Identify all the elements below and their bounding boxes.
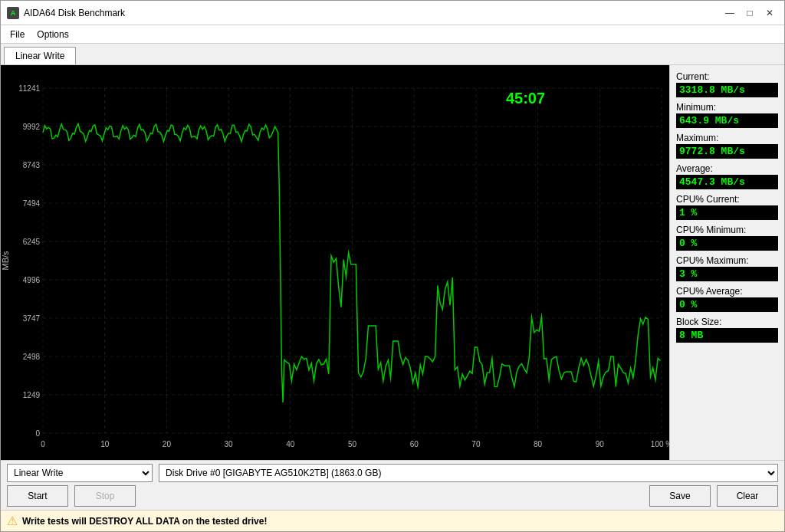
- save-button[interactable]: Save: [649, 485, 711, 507]
- current-value: 3318.8 MB/s: [676, 83, 778, 97]
- title-bar-left: A AIDA64 Disk Benchmark: [7, 7, 125, 19]
- stat-average: Average: 4547.3 MB/s: [676, 163, 778, 189]
- main-content: Current: 3318.8 MB/s Minimum: 643.9 MB/s…: [1, 65, 784, 460]
- cpu-current-value: 1 %: [676, 205, 778, 220]
- minimum-label: Minimum:: [676, 102, 778, 113]
- chart-area: [1, 65, 669, 460]
- test-type-dropdown[interactable]: Linear Write: [7, 464, 153, 482]
- block-size-value: 8 MB: [676, 328, 778, 343]
- cpu-average-label: CPU% Average:: [676, 286, 778, 297]
- warning-text: Write tests will DESTROY ALL DATA on the…: [22, 516, 267, 527]
- cpu-average-value: 0 %: [676, 297, 778, 312]
- cpu-maximum-label: CPU% Maximum:: [676, 255, 778, 266]
- warning-icon: ⚠: [7, 514, 18, 528]
- stat-cpu-average: CPU% Average: 0 %: [676, 286, 778, 312]
- menu-bar: File Options: [1, 25, 784, 44]
- clear-button[interactable]: Clear: [717, 485, 778, 507]
- maximum-label: Maximum:: [676, 133, 778, 143]
- tab-bar: Linear Write: [1, 44, 784, 65]
- current-label: Current:: [676, 71, 778, 82]
- cpu-minimum-label: CPU% Minimum:: [676, 225, 778, 235]
- start-button[interactable]: Start: [7, 485, 68, 507]
- stat-maximum: Maximum: 9772.8 MB/s: [676, 133, 778, 159]
- bottom-area: Linear Write Disk Drive #0 [GIGABYTE AG5…: [1, 460, 784, 510]
- bottom-controls: Linear Write Disk Drive #0 [GIGABYTE AG5…: [7, 464, 778, 482]
- average-value: 4547.3 MB/s: [676, 175, 778, 189]
- main-window: A AIDA64 Disk Benchmark — □ ✕ File Optio…: [0, 0, 785, 532]
- stat-cpu-current: CPU% Current: 1 %: [676, 194, 778, 220]
- minimum-value: 643.9 MB/s: [676, 113, 778, 128]
- stat-block-size: Block Size: 8 MB: [676, 317, 778, 343]
- minimize-button[interactable]: —: [721, 5, 738, 21]
- warning-bar: ⚠ Write tests will DESTROY ALL DATA on t…: [1, 510, 784, 531]
- stat-cpu-maximum: CPU% Maximum: 3 %: [676, 255, 778, 281]
- stop-button[interactable]: Stop: [74, 485, 136, 507]
- average-label: Average:: [676, 163, 778, 174]
- stat-current: Current: 3318.8 MB/s: [676, 71, 778, 97]
- button-row: Start Stop Save Clear: [7, 485, 778, 507]
- menu-options[interactable]: Options: [31, 28, 74, 41]
- close-button[interactable]: ✕: [761, 5, 778, 21]
- tab-linear-write[interactable]: Linear Write: [4, 47, 76, 64]
- block-size-label: Block Size:: [676, 317, 778, 327]
- stats-sidebar: Current: 3318.8 MB/s Minimum: 643.9 MB/s…: [669, 65, 784, 460]
- maximize-button[interactable]: □: [741, 5, 758, 21]
- benchmark-chart: [1, 65, 669, 460]
- menu-file[interactable]: File: [4, 28, 31, 41]
- window-controls: — □ ✕: [721, 5, 778, 21]
- cpu-minimum-value: 0 %: [676, 236, 778, 251]
- cpu-current-label: CPU% Current:: [676, 194, 778, 205]
- maximum-value: 9772.8 MB/s: [676, 144, 778, 159]
- window-title: AIDA64 Disk Benchmark: [24, 8, 125, 18]
- drive-dropdown[interactable]: Disk Drive #0 [GIGABYTE AG510K2TB] (1863…: [159, 464, 778, 482]
- app-icon: A: [7, 7, 19, 19]
- stat-minimum: Minimum: 643.9 MB/s: [676, 102, 778, 128]
- cpu-maximum-value: 3 %: [676, 267, 778, 281]
- title-bar: A AIDA64 Disk Benchmark — □ ✕: [1, 1, 784, 25]
- stat-cpu-minimum: CPU% Minimum: 0 %: [676, 225, 778, 251]
